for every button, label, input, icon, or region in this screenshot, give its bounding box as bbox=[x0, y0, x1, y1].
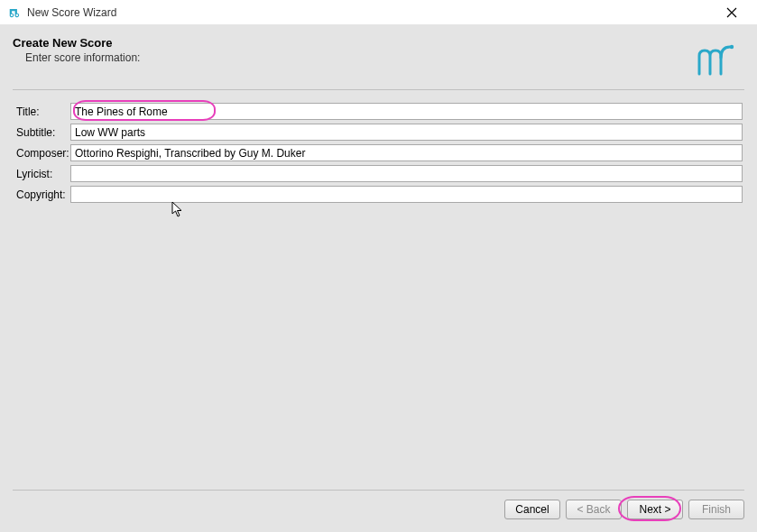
copyright-input[interactable] bbox=[70, 186, 743, 203]
cancel-button[interactable]: Cancel bbox=[504, 500, 560, 519]
next-button[interactable]: Next > bbox=[627, 500, 683, 519]
title-bar: New Score Wizard bbox=[0, 0, 757, 25]
title-row: Title: bbox=[14, 103, 743, 120]
lyricist-label: Lyricist: bbox=[14, 168, 70, 180]
divider bbox=[13, 89, 744, 90]
subtitle-label: Subtitle: bbox=[14, 126, 70, 139]
wizard-footer: Cancel < Back Next > Finish bbox=[13, 490, 744, 519]
subtitle-row: Subtitle: bbox=[14, 124, 743, 141]
svg-point-0 bbox=[730, 45, 734, 49]
subtitle-input[interactable] bbox=[70, 124, 743, 141]
title-label: Title: bbox=[14, 105, 70, 118]
composer-row: Composer: bbox=[14, 144, 743, 161]
copyright-label: Copyright: bbox=[14, 188, 70, 201]
musescore-logo-icon bbox=[694, 41, 737, 82]
lyricist-row: Lyricist: bbox=[14, 165, 743, 182]
app-icon bbox=[7, 5, 22, 20]
wizard-content: Create New Score Enter score information… bbox=[0, 25, 757, 532]
score-info-form: Title: Subtitle: Composer: Lyricist: Cop… bbox=[14, 103, 743, 203]
button-row: Cancel < Back Next > Finish bbox=[13, 500, 744, 519]
lyricist-input[interactable] bbox=[70, 165, 743, 182]
finish-button[interactable]: Finish bbox=[688, 500, 744, 519]
back-button[interactable]: < Back bbox=[566, 500, 622, 519]
title-input[interactable] bbox=[70, 103, 743, 120]
composer-input[interactable] bbox=[70, 144, 743, 161]
footer-divider bbox=[13, 490, 744, 491]
page-heading: Create New Score bbox=[13, 36, 140, 50]
close-button[interactable] bbox=[714, 4, 750, 22]
window-title: New Score Wizard bbox=[27, 6, 116, 19]
composer-label: Composer: bbox=[14, 147, 70, 160]
wizard-header: Create New Score Enter score information… bbox=[13, 36, 744, 82]
copyright-row: Copyright: bbox=[14, 186, 743, 203]
cursor-icon bbox=[171, 201, 184, 220]
page-subheading: Enter score information: bbox=[25, 51, 140, 64]
